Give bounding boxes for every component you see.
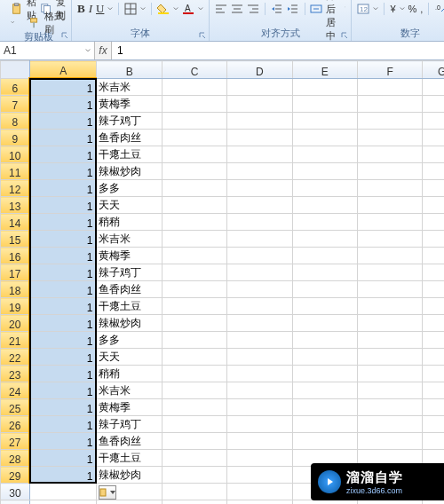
cell[interactable]: 1 [29, 248, 97, 264]
row-header[interactable]: 28 [1, 450, 30, 467]
cell[interactable]: 鱼香肉丝 [97, 130, 162, 146]
cell[interactable] [357, 349, 422, 366]
cell[interactable] [423, 399, 444, 416]
row-header[interactable]: 11 [1, 163, 30, 180]
cell[interactable]: 1 [29, 113, 97, 130]
row-header[interactable]: 14 [1, 214, 30, 231]
cell[interactable] [423, 180, 444, 197]
row-header[interactable]: 6 [1, 78, 30, 96]
cell[interactable]: 1 [29, 78, 97, 96]
row-header[interactable]: 7 [1, 96, 30, 113]
cell[interactable] [357, 315, 422, 332]
cell[interactable] [162, 298, 226, 315]
cell[interactable] [227, 298, 292, 315]
cell[interactable] [227, 130, 292, 146]
cell[interactable]: 辣椒炒肉 [97, 467, 162, 484]
cell[interactable] [292, 113, 357, 130]
cell[interactable] [423, 130, 444, 146]
cell[interactable] [292, 433, 357, 450]
cell[interactable] [357, 433, 422, 450]
cell[interactable]: 鱼香肉丝 [97, 433, 162, 450]
cell[interactable] [423, 315, 444, 332]
column-header-D[interactable]: D [227, 61, 292, 79]
cell[interactable] [227, 113, 292, 130]
cell[interactable]: 米吉米 [97, 382, 162, 399]
cell[interactable] [292, 500, 357, 505]
cell[interactable] [227, 382, 292, 399]
cell[interactable] [423, 163, 444, 180]
row-header[interactable]: 26 [1, 416, 30, 433]
cell[interactable] [357, 130, 422, 146]
cell[interactable] [423, 96, 444, 113]
cell[interactable]: 1 [29, 349, 97, 366]
cell[interactable]: 1 [29, 399, 97, 416]
cell[interactable]: 1 [29, 433, 97, 450]
cell[interactable] [423, 416, 444, 433]
cell[interactable]: 1 [29, 416, 97, 433]
row-header[interactable]: 18 [1, 281, 30, 298]
cell[interactable] [292, 315, 357, 332]
cell[interactable] [423, 332, 444, 349]
cell[interactable]: 干瘪土豆 [97, 146, 162, 163]
align-right-icon[interactable] [247, 3, 259, 15]
formula-input[interactable]: 1 [112, 42, 444, 59]
cell[interactable] [357, 281, 422, 298]
cell[interactable] [423, 281, 444, 298]
row-header[interactable]: 9 [1, 130, 30, 146]
row-header[interactable]: 13 [1, 197, 30, 214]
cell[interactable] [357, 231, 422, 248]
cell[interactable] [227, 163, 292, 180]
cell[interactable] [357, 248, 422, 264]
cell[interactable]: 辣子鸡丁 [97, 416, 162, 433]
cell[interactable] [423, 366, 444, 382]
cell[interactable] [227, 78, 292, 96]
cell[interactable]: 1 [29, 146, 97, 163]
cell[interactable]: 1 [29, 96, 97, 113]
increase-decimal-icon[interactable]: .0 [434, 3, 444, 15]
cell[interactable] [292, 180, 357, 197]
cell[interactable]: 黄梅季 [97, 399, 162, 416]
cell[interactable] [162, 500, 226, 505]
font-color-icon[interactable]: A [182, 3, 194, 15]
cell[interactable] [227, 433, 292, 450]
cell[interactable]: 辣椒炒肉 [97, 315, 162, 332]
cell[interactable] [357, 96, 422, 113]
cell[interactable]: 多多 [97, 332, 162, 349]
cell[interactable]: 稍稍 [97, 214, 162, 231]
cell[interactable] [423, 113, 444, 130]
cell[interactable]: 1 [29, 130, 97, 146]
select-all-corner[interactable] [1, 61, 30, 79]
cell[interactable] [162, 96, 226, 113]
cell[interactable] [162, 130, 226, 146]
cell[interactable] [423, 382, 444, 399]
increase-indent-icon[interactable] [287, 3, 299, 15]
cell[interactable] [162, 113, 226, 130]
cell[interactable] [292, 382, 357, 399]
cell[interactable]: 黄梅季 [97, 96, 162, 113]
cell[interactable] [357, 332, 422, 349]
cell[interactable]: 1 [29, 180, 97, 197]
cell[interactable] [162, 433, 226, 450]
cell[interactable]: 稍稍 [97, 366, 162, 382]
dialog-launcher-icon[interactable] [60, 31, 69, 40]
cell[interactable] [292, 281, 357, 298]
cell[interactable]: 多多 [97, 180, 162, 197]
cell[interactable] [357, 180, 422, 197]
row-header[interactable]: 21 [1, 332, 30, 349]
cell[interactable]: 天天 [97, 349, 162, 366]
cell[interactable] [292, 96, 357, 113]
cell[interactable] [227, 366, 292, 382]
cell[interactable] [162, 349, 226, 366]
cell[interactable] [357, 197, 422, 214]
cell[interactable] [357, 113, 422, 130]
cell[interactable] [97, 500, 162, 505]
row-header[interactable]: 8 [1, 113, 30, 130]
column-header-A[interactable]: A [29, 61, 97, 79]
currency-button[interactable]: ¥ [390, 4, 395, 14]
cell[interactable] [357, 264, 422, 281]
cell[interactable] [162, 146, 226, 163]
comma-button[interactable]: , [420, 4, 423, 14]
cell[interactable] [357, 416, 422, 433]
cell[interactable] [292, 146, 357, 163]
cell[interactable]: 干瘪土豆 [97, 450, 162, 467]
